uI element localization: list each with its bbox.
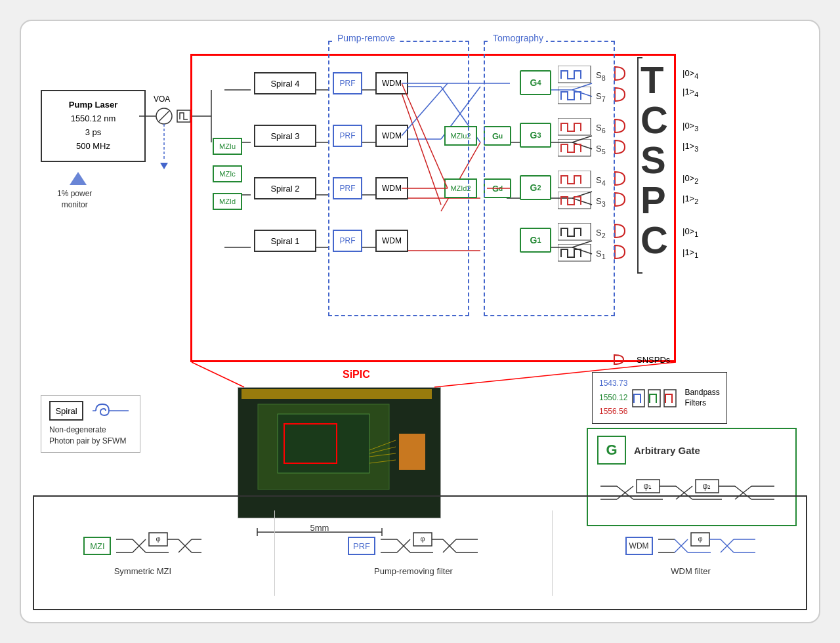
mzi-legend-diagram: φ (116, 529, 201, 562)
spiral-legend-area: Spiral Non-degeneratePhoton pair by SFWM (41, 395, 140, 453)
qs-0-1: |0>1 (682, 226, 698, 238)
qs-0-3: |0>3 (682, 121, 698, 133)
arb-gate-g-box: G (597, 436, 626, 465)
bandpass-legend-area: 1543.73 1550.12 1556.56 BandpassFilters (592, 372, 727, 424)
spiral-2-box: Spiral 2 (254, 177, 316, 199)
snspd-legend-icon (612, 352, 631, 367)
power-monitor: 1% powermonitor (57, 188, 92, 211)
snspd-legend-area: SNSPDs (612, 352, 670, 367)
wdm-legend-label: WDM filter (671, 566, 711, 576)
svg-marker-8 (160, 163, 168, 169)
main-container: Pump Laser 1550.12 nm 3 ps 500 MHz VOA 1… (20, 20, 820, 623)
wavelength-3: 1556.56 (599, 405, 627, 419)
mzi-d-box: MZId (213, 193, 242, 210)
spiral-legend-box: Spiral (49, 401, 83, 421)
qs-0-4: |0>4 (682, 68, 698, 80)
pump-laser-box: Pump Laser 1550.12 nm 3 ps 500 MHz (41, 90, 146, 162)
mzi-c-box: MZIc (213, 165, 242, 182)
voa-label: VOA (154, 94, 170, 104)
divider-2 (552, 510, 553, 596)
qs-0-2: |0>2 (682, 173, 698, 185)
svg-rect-87 (278, 414, 369, 473)
svg-point-1 (156, 108, 172, 124)
sipic-label: SiPIC (343, 369, 370, 381)
wdm-legend: WDM φ WDM filter (625, 529, 757, 576)
qs-1-3: |1>3 (682, 141, 698, 153)
bandpass-wavelengths: 1543.73 1550.12 1556.56 (599, 377, 627, 419)
pump-laser-wavelength: 1550.12 nm (71, 112, 116, 126)
mzi-legend-box: MZI (83, 537, 111, 555)
pump-laser-pulse: 3 ps (85, 126, 102, 140)
snspd-detectors-column (612, 60, 638, 270)
qs-1-4: |1>4 (682, 87, 698, 98)
spiral-1-box: Spiral 1 (254, 230, 316, 252)
bandpass-filter-icons (631, 380, 681, 416)
tcsp-bracket (637, 57, 642, 274)
spiral-4-box: Spiral 4 (254, 72, 316, 94)
mzi-u-box: MZIu (213, 138, 242, 155)
svg-text:φ: φ (698, 535, 702, 543)
wavelength-1: 1543.73 (599, 377, 627, 391)
arb-gate-label: Arbitrary Gate (634, 445, 700, 456)
qs-1-1: |1>1 (682, 247, 698, 259)
pump-laser-label: Pump Laser (69, 98, 117, 112)
spiral-3-box: Spiral 3 (254, 125, 316, 147)
bandpass-label: BandpassFilters (684, 387, 719, 409)
tomography-label: Tomography (490, 33, 546, 43)
wdm-legend-box: WDM (625, 537, 653, 555)
divider-1 (274, 510, 275, 596)
mzi-legend: MZI φ Symmetric MZI (83, 529, 201, 576)
svg-rect-3 (177, 110, 190, 122)
tcsp-label: TCSPC (640, 60, 668, 260)
pump-laser-freq: 500 MHz (76, 140, 110, 154)
svg-text:φ₂: φ₂ (703, 482, 711, 491)
svg-rect-89 (399, 434, 425, 470)
mzi-legend-label: Symmetric MZI (114, 566, 171, 576)
spiral-description: Non-degeneratePhoton pair by SFWM (49, 425, 132, 447)
svg-text:φ: φ (420, 535, 425, 543)
svg-line-2 (159, 111, 169, 121)
prf-legend-label: Pump-removing filter (374, 566, 453, 576)
spiral-icon (93, 401, 132, 421)
svg-text:φ: φ (156, 535, 161, 543)
bottom-legend-bar: MZI φ Symmetric MZI (33, 495, 807, 610)
prf-legend-box: PRF (348, 537, 375, 555)
pump-remove-box: Pump-remove (328, 41, 469, 316)
prf-legend: PRF φ Pump-removing filter (348, 529, 479, 576)
svg-text:φ₁: φ₁ (644, 482, 652, 491)
svg-line-143 (192, 362, 244, 387)
wdm-legend-diagram: φ (658, 529, 757, 562)
tomography-box: Tomography (484, 41, 615, 316)
svg-marker-45 (70, 172, 87, 185)
qs-1-2: |1>2 (682, 194, 698, 205)
power-monitor-icon (68, 172, 88, 190)
prf-legend-diagram: φ (381, 529, 479, 562)
wavelength-2: 1550.12 (599, 391, 627, 405)
snspd-label: SNSPDs (637, 355, 670, 365)
pump-remove-label: Pump-remove (335, 33, 398, 43)
svg-rect-85 (242, 389, 432, 399)
